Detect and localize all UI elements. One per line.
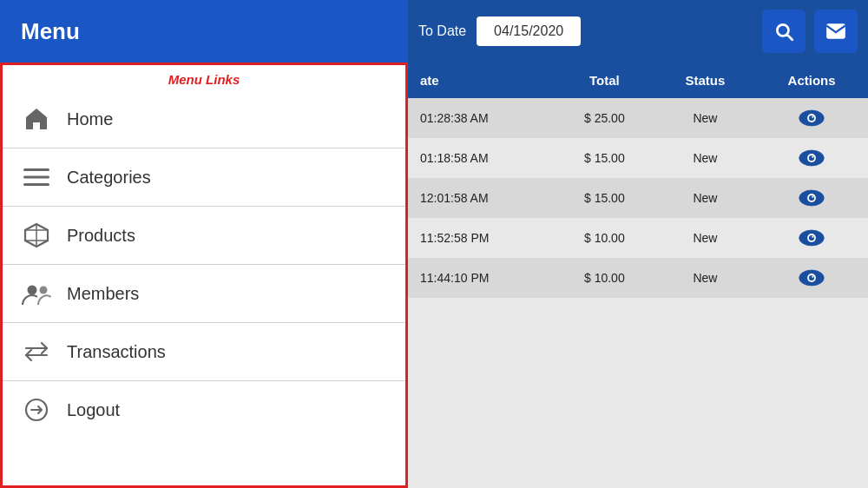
products-icon bbox=[20, 219, 53, 252]
products-label: Products bbox=[67, 226, 135, 246]
view-button[interactable] bbox=[798, 148, 825, 168]
view-button[interactable] bbox=[798, 268, 825, 287]
eye-icon bbox=[798, 268, 825, 287]
svg-point-18 bbox=[812, 196, 813, 198]
eye-icon bbox=[798, 148, 825, 168]
cell-actions bbox=[755, 218, 868, 258]
svg-point-22 bbox=[812, 236, 813, 238]
menu-body: Menu Links Home Categories bbox=[0, 63, 408, 488]
cell-actions bbox=[755, 98, 868, 138]
right-panel: To Date 04/15/2020 ate Total Status Acti… bbox=[408, 0, 868, 488]
sidebar-item-logout[interactable]: Logout bbox=[3, 381, 405, 439]
svg-point-9 bbox=[809, 115, 814, 121]
col-total: Total bbox=[554, 63, 655, 98]
col-actions: Actions bbox=[755, 63, 868, 98]
search-icon bbox=[773, 20, 795, 43]
svg-point-25 bbox=[809, 275, 814, 280]
sidebar-item-products[interactable]: Products bbox=[3, 207, 405, 265]
sidebar-item-transactions[interactable]: Transactions bbox=[3, 323, 405, 381]
table-row: 11:44:10 PM$ 10.00New bbox=[408, 258, 868, 298]
cell-actions bbox=[755, 138, 868, 178]
menu-header: Menu bbox=[0, 0, 408, 63]
view-button[interactable] bbox=[798, 188, 825, 208]
view-button[interactable] bbox=[798, 109, 825, 128]
eye-icon bbox=[798, 228, 825, 247]
cell-total: $ 15.00 bbox=[554, 178, 655, 218]
categories-icon bbox=[20, 161, 53, 194]
table-row: 01:18:58 AM$ 15.00New bbox=[408, 138, 868, 178]
sidebar-item-home[interactable]: Home bbox=[3, 90, 405, 148]
logout-icon bbox=[20, 393, 53, 426]
table-row: 01:28:38 AM$ 25.00New bbox=[408, 98, 868, 138]
cell-actions bbox=[755, 258, 868, 298]
message-icon bbox=[825, 20, 847, 43]
cell-date: 01:18:58 AM bbox=[408, 138, 554, 178]
table-header-row: ate Total Status Actions bbox=[408, 63, 868, 98]
sidebar-item-members[interactable]: Members bbox=[3, 265, 405, 323]
eye-icon bbox=[798, 109, 825, 128]
cell-total: $ 15.00 bbox=[554, 138, 655, 178]
members-label: Members bbox=[67, 284, 139, 304]
svg-rect-1 bbox=[23, 176, 49, 179]
cell-status: New bbox=[655, 98, 755, 138]
cell-status: New bbox=[655, 218, 755, 258]
svg-rect-0 bbox=[23, 168, 49, 171]
table-row: 11:52:58 PM$ 10.00New bbox=[408, 218, 868, 258]
categories-label: Categories bbox=[67, 168, 151, 188]
cell-date: 01:28:38 AM bbox=[408, 98, 554, 138]
view-button[interactable] bbox=[798, 228, 825, 247]
transactions-label: Transactions bbox=[67, 342, 166, 362]
cell-total: $ 10.00 bbox=[554, 218, 655, 258]
cell-status: New bbox=[655, 138, 755, 178]
col-date: ate bbox=[408, 63, 554, 98]
home-label: Home bbox=[67, 109, 113, 129]
cell-total: $ 25.00 bbox=[554, 98, 655, 138]
home-icon bbox=[20, 102, 53, 135]
eye-icon bbox=[798, 188, 825, 208]
search-button[interactable] bbox=[762, 10, 806, 53]
svg-point-14 bbox=[812, 156, 813, 158]
date-row: To Date 04/15/2020 bbox=[418, 16, 753, 46]
cell-status: New bbox=[655, 258, 755, 298]
logout-label: Logout bbox=[67, 400, 120, 420]
transactions-table: ate Total Status Actions 01:28:38 AM$ 25… bbox=[408, 63, 868, 298]
cell-date: 12:01:58 AM bbox=[408, 178, 554, 218]
svg-point-13 bbox=[809, 155, 814, 161]
sidebar-item-categories[interactable]: Categories bbox=[3, 148, 405, 207]
menu-title: Menu bbox=[21, 18, 80, 45]
table-container: ate Total Status Actions 01:28:38 AM$ 25… bbox=[408, 63, 868, 488]
message-button[interactable] bbox=[814, 10, 858, 53]
svg-point-26 bbox=[812, 276, 813, 278]
transactions-icon bbox=[20, 335, 53, 368]
menu-links-label: Menu Links bbox=[3, 65, 405, 90]
svg-rect-2 bbox=[23, 183, 49, 186]
cell-total: $ 10.00 bbox=[554, 258, 655, 298]
right-header: To Date 04/15/2020 bbox=[408, 0, 868, 63]
svg-point-4 bbox=[40, 287, 48, 294]
cell-actions bbox=[755, 178, 868, 218]
left-panel: Menu Menu Links Home Categories bbox=[0, 0, 408, 488]
col-status: Status bbox=[655, 63, 755, 98]
cell-status: New bbox=[655, 178, 755, 218]
cell-date: 11:44:10 PM bbox=[408, 258, 554, 298]
svg-point-10 bbox=[812, 116, 813, 118]
to-date-label: To Date bbox=[418, 23, 466, 39]
svg-point-17 bbox=[809, 195, 814, 201]
table-row: 12:01:58 AM$ 15.00New bbox=[408, 178, 868, 218]
svg-point-21 bbox=[809, 235, 814, 241]
cell-date: 11:52:58 PM bbox=[408, 218, 554, 258]
date-value: 04/15/2020 bbox=[477, 16, 581, 46]
members-icon bbox=[20, 277, 53, 310]
svg-point-3 bbox=[28, 286, 37, 295]
